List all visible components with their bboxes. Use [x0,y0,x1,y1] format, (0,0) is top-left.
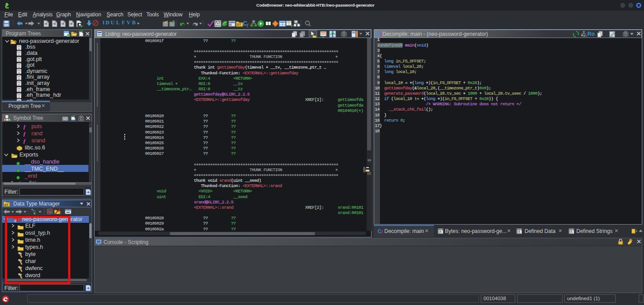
svg-text:DT: DT [4,203,9,206]
svg-text:DT: DT [237,23,242,26]
svg-text:f: f [247,23,249,27]
